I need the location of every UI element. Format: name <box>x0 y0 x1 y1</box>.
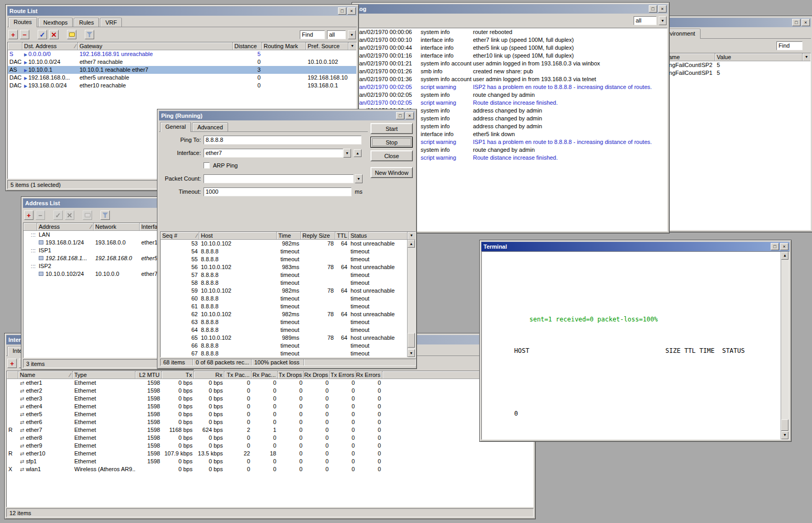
col-rx[interactable]: Rx <box>194 371 224 379</box>
close-button[interactable]: × <box>347 7 356 15</box>
maximize-button[interactable]: □ <box>396 112 404 119</box>
ping-row[interactable]: 55 8.8.8.8 timeout timeout <box>161 255 415 263</box>
disable-button[interactable]: ✕ <box>49 30 59 39</box>
log-row[interactable]: Jan/02/1970 00:02:05 script warning ISP2… <box>354 83 667 91</box>
find-input[interactable]: Find <box>300 30 325 39</box>
col-ttl[interactable]: TTL <box>335 232 349 239</box>
col-type[interactable]: Type <box>73 371 136 379</box>
maximize-button[interactable]: □ <box>338 7 346 15</box>
collapse-field-button[interactable]: ▲ <box>354 149 362 157</box>
ping-row[interactable]: 59 10.10.0.102 982ms 78 64 host unreacha… <box>161 287 415 295</box>
interface-row[interactable]: ⇄ether3 Ethernet 1598 0 bps 0 bps 0 0 0 … <box>7 395 533 403</box>
col-address[interactable]: Address∕ <box>37 223 94 230</box>
close-button[interactable]: Close <box>370 150 413 161</box>
col-name[interactable]: Name∕ <box>18 371 73 379</box>
col-seq[interactable]: Seq #∕ <box>161 232 199 239</box>
tab[interactable]: General <box>160 122 191 132</box>
col-name[interactable]: Name <box>663 53 715 61</box>
log-row[interactable]: Jan/02/1970 00:02:05 system info route c… <box>354 91 667 99</box>
col-host[interactable]: Host <box>199 232 277 239</box>
col-tx-packets[interactable]: Tx Pac... <box>224 371 252 379</box>
packet-count-input[interactable] <box>204 174 354 183</box>
col-time[interactable]: Time <box>277 232 301 239</box>
col-dst-address[interactable]: Dst. Address∕ <box>22 42 78 50</box>
tab[interactable]: Rules <box>74 18 99 27</box>
close-button[interactable]: × <box>780 243 788 250</box>
ping-row[interactable]: 65 10.10.0.102 989ms 78 64 host unreacha… <box>161 334 415 342</box>
interface-row[interactable]: X ⇄wlan1 Wireless (Atheros AR9...) 0 bps… <box>7 465 533 473</box>
col-gateway[interactable]: Gateway <box>78 42 233 50</box>
comment-button[interactable] <box>67 30 76 39</box>
interface-row[interactable]: ⇄ether5 Ethernet 1598 0 bps 0 bps 0 0 0 … <box>7 410 533 418</box>
interface-row[interactable]: R ⇄ether10 Ethernet 1598 107.9 kbps 13.5… <box>7 450 533 458</box>
interface-row[interactable]: ⇄ether9 Ethernet 1598 0 bps 0 bps 0 0 0 … <box>7 442 533 450</box>
route-list-titlebar[interactable]: Route List □ × <box>7 6 357 16</box>
log-row[interactable]: Jan/02/1970 00:02:05 script warning Rout… <box>354 99 667 107</box>
filter-button[interactable] <box>85 30 94 39</box>
vertical-scrollbar[interactable]: ▲ ▼ <box>407 240 415 357</box>
vertical-scrollbar[interactable]: ▲ ▼ <box>781 252 789 439</box>
ping-row[interactable]: 53 10.10.0.102 982ms 78 64 host unreacha… <box>161 240 415 248</box>
ping-row[interactable]: 66 8.8.8.8 timeout timeout <box>161 342 415 350</box>
interface-row[interactable]: ⇄ether4 Ethernet 1598 0 bps 0 bps 0 0 0 … <box>7 403 533 410</box>
interface-input[interactable]: ether7 <box>204 149 343 158</box>
maximize-button[interactable]: □ <box>649 5 657 13</box>
chevron-down-icon[interactable]: ▼ <box>348 30 356 39</box>
stop-button[interactable]: Stop <box>370 137 413 148</box>
route-row[interactable]: DAC ▶193.168.0.0/24 ether10 reachable 0 … <box>8 82 356 90</box>
col-rx-packets[interactable]: Rx Pac... <box>252 371 278 379</box>
close-button[interactable]: × <box>405 112 414 119</box>
ping-row[interactable]: 63 8.8.8.8 timeout timeout <box>161 318 415 326</box>
log-row[interactable]: Jan/02/1970 00:01:36 system info account… <box>354 75 667 83</box>
new-window-button[interactable]: New Window <box>370 167 413 178</box>
remove-button[interactable]: − <box>20 30 29 39</box>
scroll-up-icon[interactable]: ▲ <box>408 240 415 248</box>
ping-row[interactable]: 67 8.8.8.8 timeout timeout <box>161 350 415 357</box>
col-network[interactable]: Network <box>94 223 140 230</box>
ping-row[interactable]: 61 8.8.8.8 timeout timeout <box>161 303 415 310</box>
ping-row[interactable]: 62 10.10.0.102 982ms 78 64 host unreacha… <box>161 310 415 318</box>
col-reply-size[interactable]: Reply Size <box>301 232 335 239</box>
log-titlebar[interactable]: Log □ × <box>354 4 668 14</box>
col-tx[interactable]: Tx <box>162 371 194 379</box>
tab[interactable]: Nexthops <box>38 18 73 27</box>
terminal-output[interactable]: sent=1 received=0 packet-loss=100% HOST … <box>481 251 790 440</box>
enable-button[interactable]: ✓ <box>53 210 63 220</box>
route-filter-select[interactable]: all <box>327 30 346 39</box>
scroll-down-icon[interactable]: ▼ <box>408 349 415 357</box>
col-rx-drops[interactable]: Rx Drops <box>304 371 330 379</box>
col-value[interactable]: Value <box>715 53 802 61</box>
comment-button[interactable] <box>83 210 92 220</box>
col-l2mtu[interactable]: L2 MTU <box>136 371 162 379</box>
route-row[interactable]: DAC ▶10.10.0.0/24 ether7 reachable 0 10.… <box>8 58 356 66</box>
disable-button[interactable]: ✕ <box>65 210 74 220</box>
log-row[interactable]: Jan/02/1970 00:01:26 smb info created ne… <box>354 68 667 75</box>
chevron-down-icon[interactable]: ▼ <box>659 16 667 25</box>
scroll-down-icon[interactable]: ▼ <box>781 431 788 439</box>
ping-row[interactable]: 58 8.8.8.8 timeout timeout <box>161 279 415 287</box>
topic-filter-select[interactable]: all <box>634 16 657 25</box>
ping-row[interactable]: 56 10.10.0.102 983ms 78 64 host unreacha… <box>161 263 415 271</box>
log-row[interactable]: Jan/02/1970 00:00:44 interface info ethe… <box>354 44 667 52</box>
enable-button[interactable]: ✓ <box>38 30 47 39</box>
col-distance[interactable]: Distance <box>233 42 262 50</box>
col-pref-source[interactable]: Pref. Source <box>306 42 348 50</box>
ping-row[interactable]: 64 8.8.8.8 timeout timeout <box>161 326 415 334</box>
tab[interactable]: Advanced <box>192 123 228 131</box>
arp-ping-checkbox[interactable] <box>204 162 210 169</box>
ping-to-input[interactable]: 8.8.8.8 <box>204 136 362 144</box>
interface-row[interactable]: ⇄ether2 Ethernet 1598 0 bps 0 bps 0 0 0 … <box>7 387 533 395</box>
expand-field-button[interactable]: ▼ <box>355 174 363 183</box>
col-routing-mark[interactable]: Routing Mark <box>262 42 306 50</box>
terminal-titlebar[interactable]: Terminal □ × <box>481 242 790 251</box>
column-menu-button[interactable]: ▼ <box>407 232 415 239</box>
ping-row[interactable]: 60 8.8.8.8 timeout timeout <box>161 295 415 303</box>
maximize-button[interactable]: □ <box>792 19 800 26</box>
close-button[interactable]: × <box>658 5 667 13</box>
log-row[interactable]: Jan/02/1970 00:01:16 interface info ethe… <box>354 52 667 60</box>
col-rx-errors[interactable]: Rx Errors <box>356 371 382 379</box>
column-menu-button[interactable]: ▼ <box>802 53 810 61</box>
scroll-up-icon[interactable]: ▲ <box>781 252 788 260</box>
close-button[interactable]: × <box>802 19 810 26</box>
ping-row[interactable]: 57 8.8.8.8 timeout timeout <box>161 271 415 279</box>
